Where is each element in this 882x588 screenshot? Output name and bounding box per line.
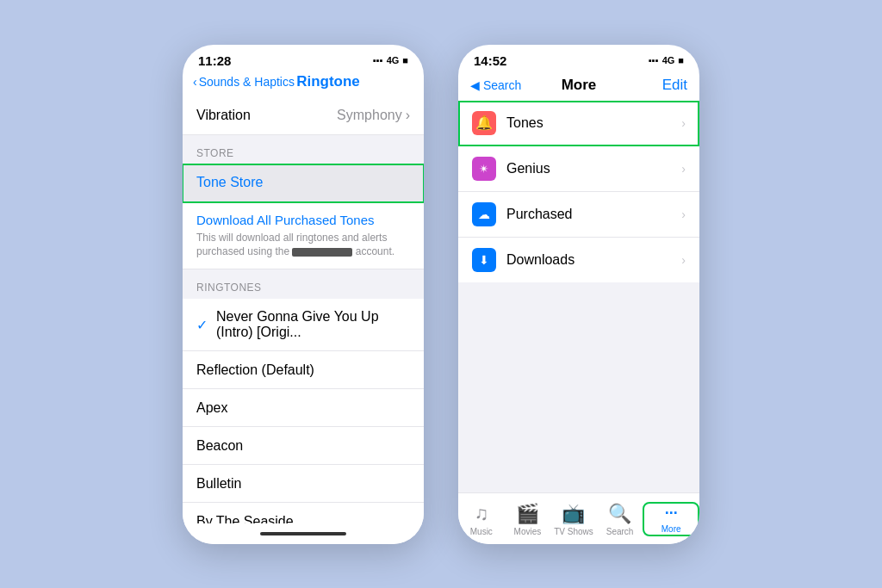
music-icon: ♫ [475, 503, 489, 525]
search-label: Search [606, 527, 634, 536]
vibration-label: Vibration [196, 108, 251, 123]
back-button-1[interactable]: ‹ Sounds & Haptics [193, 75, 295, 89]
tab-bar: ♫ Music 🎬 Movies 📺 TV Shows 🔍 Search ···… [458, 492, 699, 544]
status-icons-1: ▪▪▪ 4G ■ [373, 55, 408, 65]
vibration-row[interactable]: Vibration Symphony › [183, 97, 424, 135]
more-dots-icon: ··· [665, 504, 678, 523]
ringtone-item-3[interactable]: Beacon [183, 427, 424, 465]
nav-bar-2: ◀ Search More Edit [458, 71, 699, 101]
store-group: Tone Store [183, 164, 424, 202]
ringtone-item-1[interactable]: Reflection (Default) [183, 351, 424, 389]
signal-icon-2: ▪▪▪ [649, 55, 659, 65]
ringtone-label: By The Seaside [196, 514, 294, 523]
redacted-account [292, 248, 352, 257]
more-item-purchased[interactable]: ☁ Purchased › [458, 192, 699, 238]
purchased-chevron-icon: › [681, 207, 686, 221]
movies-icon: 🎬 [516, 503, 539, 525]
ringtones-group: ✓ Never Gonna Give You Up (Intro) [Origi… [183, 299, 424, 523]
tab-music[interactable]: ♫ Music [458, 503, 505, 536]
purchased-icon: ☁ [472, 202, 496, 226]
tab-tvshows[interactable]: 📺 TV Shows [550, 503, 597, 536]
more-menu-group: 🔔 Tones › ✴ Genius › ☁ Purchased › ⬇ Dow… [458, 101, 699, 282]
genius-chevron-icon: › [681, 162, 686, 176]
genius-icon: ✴ [472, 157, 496, 181]
tone-store-label: Tone Store [196, 175, 263, 190]
checkmark-icon: ✓ [196, 317, 208, 333]
ringtone-label: Reflection (Default) [196, 362, 314, 378]
back-chevron-1: ‹ [193, 75, 197, 89]
home-indicator-1 [183, 523, 424, 544]
ringtone-label: Beacon [196, 438, 243, 454]
ringtones-section-label: RINGTONES [183, 269, 424, 299]
status-bar-1: 11:28 ▪▪▪ 4G ■ [183, 45, 424, 71]
status-icons-2: ▪▪▪ 4G ■ [649, 55, 684, 65]
movies-label: Movies [514, 527, 542, 536]
tab-search[interactable]: 🔍 Search [597, 503, 643, 536]
genius-label: Genius [506, 161, 681, 176]
time-2: 14:52 [474, 53, 506, 68]
nav-title-2: More [562, 77, 597, 94]
phone-1-content: Vibration Symphony › STORE Tone Store Do… [183, 97, 424, 523]
download-all-row[interactable]: Download All Purchased Tones This will d… [183, 203, 424, 270]
phone-2: 14:52 ▪▪▪ 4G ■ ◀ Search More Edit 🔔 Tone… [458, 45, 699, 544]
ringtone-label: Apex [196, 400, 227, 416]
downloads-chevron-icon: › [681, 253, 686, 267]
ringtone-item-5[interactable]: By The Seaside [183, 503, 424, 523]
ringtone-label: Bulletin [196, 476, 241, 492]
downloads-icon: ⬇ [472, 248, 496, 272]
battery-icon-1: ■ [402, 55, 408, 65]
home-bar-1 [260, 532, 346, 535]
vibration-chevron: › [406, 108, 410, 123]
tone-store-row[interactable]: Tone Store [183, 164, 424, 202]
download-desc: This will download all ringtones and ale… [196, 231, 410, 260]
ringtone-item-0[interactable]: ✓ Never Gonna Give You Up (Intro) [Origi… [183, 299, 424, 351]
phone-1: 11:28 ▪▪▪ 4G ■ ‹ Sounds & Haptics Ringto… [183, 45, 424, 544]
downloads-label: Downloads [506, 252, 681, 268]
battery-icon-2: ■ [678, 55, 684, 65]
search-icon: 🔍 [608, 503, 631, 525]
phone-2-content: 🔔 Tones › ✴ Genius › ☁ Purchased › ⬇ Dow… [458, 101, 699, 492]
nav-title-1: Ringtone [296, 73, 360, 90]
tones-label: Tones [506, 115, 681, 131]
back-label-1: Sounds & Haptics [199, 75, 295, 89]
tvshows-icon: 📺 [562, 503, 585, 525]
nav-bar-1: ‹ Sounds & Haptics Ringtone [183, 71, 424, 97]
music-label: Music [470, 527, 493, 536]
vibration-value: Symphony [337, 108, 402, 123]
back-button-2[interactable]: ◀ Search [470, 78, 521, 92]
more-item-genius[interactable]: ✴ Genius › [458, 146, 699, 192]
vibration-value-area: Symphony › [337, 108, 410, 123]
tab-movies[interactable]: 🎬 Movies [505, 503, 551, 536]
network-icon-1: 4G [387, 55, 400, 65]
ringtone-item-2[interactable]: Apex [183, 389, 424, 427]
ringtone-label: Never Gonna Give You Up (Intro) [Origi..… [216, 309, 410, 340]
download-desc-after: account. [356, 245, 394, 257]
store-section-label: STORE [183, 135, 424, 164]
tab-more[interactable]: ··· More [643, 502, 699, 536]
edit-button[interactable]: Edit [662, 77, 687, 94]
network-icon-2: 4G [662, 55, 675, 65]
signal-icon-1: ▪▪▪ [373, 55, 383, 65]
tones-icon: 🔔 [472, 111, 496, 135]
purchased-label: Purchased [506, 207, 681, 222]
more-item-tones[interactable]: 🔔 Tones › [458, 101, 699, 146]
more-item-downloads[interactable]: ⬇ Downloads › [458, 238, 699, 282]
ringtone-item-4[interactable]: Bulletin [183, 465, 424, 503]
time-1: 11:28 [198, 53, 231, 68]
download-all-link[interactable]: Download All Purchased Tones [196, 213, 410, 227]
more-label: More [662, 524, 681, 534]
status-bar-2: 14:52 ▪▪▪ 4G ■ [458, 45, 699, 71]
tvshows-label: TV Shows [554, 527, 593, 536]
tones-chevron-icon: › [681, 116, 686, 130]
